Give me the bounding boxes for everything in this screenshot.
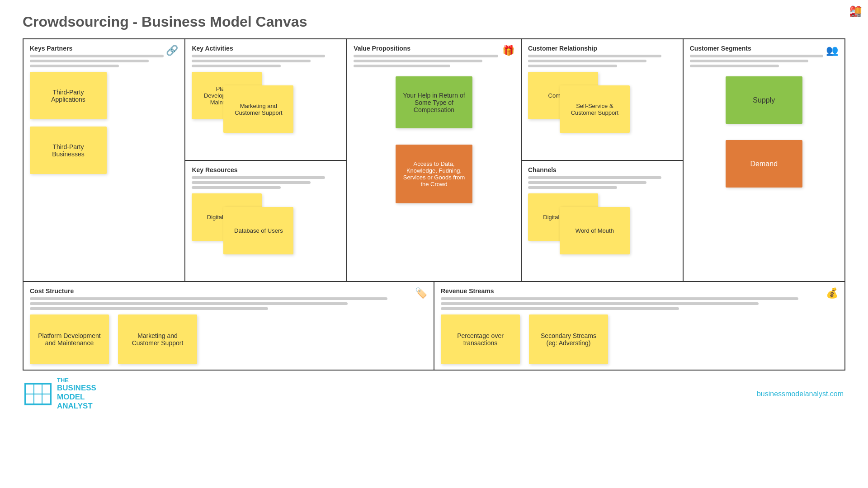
page-title: Crowdsourcing - Business Model Canvas [23, 14, 845, 30]
logo-text: THE BUSINESS MODEL ANALYST [57, 377, 96, 411]
channels-header: Channels [528, 166, 676, 174]
sticky-database-users: Database of Users [223, 207, 293, 254]
key-resources-lines [192, 176, 340, 189]
sticky-access-data: Access to Data, Knowledge, Fudning, Serv… [396, 145, 472, 203]
revenue-streams-cell: Revenue Streams 💰 Percentage over transa… [434, 282, 844, 370]
footer: THE BUSINESS MODEL ANALYST businessmodel… [23, 377, 845, 411]
key-resources-stickies: Digital Platform Database of Users [192, 193, 340, 275]
revenue-streams-header: Revenue Streams [441, 287, 838, 295]
sticky-supply: Supply [726, 76, 802, 124]
revenue-streams-lines [441, 297, 838, 310]
key-activities-lines [192, 55, 340, 67]
channels-lines [528, 176, 676, 189]
sticky-percentage-transactions: Percentage over transactions [441, 314, 520, 364]
channels-cell: Channels 🚚 Digital Platform Word of Mout… [522, 161, 683, 282]
customer-segments-cell: Customer Segments 👥 Supply Demand [684, 39, 844, 281]
logo-model: MODEL [57, 393, 96, 402]
channels-stickies: Digital Platform Word of Mouth [528, 193, 676, 275]
key-activities-cell: Key Activities 🔧 Platform Development an… [185, 39, 346, 161]
revenue-streams-icon: 💰 [826, 287, 838, 299]
customer-segments-stickies: Supply Demand [690, 76, 838, 188]
customer-relationship-stickies: Community Self-Service & Customer Suppor… [528, 72, 676, 155]
logo-analyst: ANALYST [57, 402, 96, 411]
value-propositions-lines [354, 55, 514, 67]
key-resources-cell: Key Resources 🏭 Digital Platform Databas… [185, 161, 346, 282]
sticky-demand: Demand [726, 140, 802, 188]
logo-icon [24, 383, 52, 405]
key-partners-cell: Keys Partners 🔗 Third-Party Applications… [24, 39, 185, 281]
revenue-streams-stickies: Percentage over transactions Secondary S… [441, 314, 838, 364]
value-propositions-cell: Value Propositions 🎁 Your Help in Return… [347, 39, 522, 281]
customer-segments-lines [690, 55, 838, 67]
key-activities-stickies: Platform Development and Maintenance Mar… [192, 72, 340, 155]
sticky-secondary-streams: Secondary Streams (eg: Adversting) [529, 314, 608, 364]
key-partners-icon: 🔗 [166, 45, 178, 56]
cost-structure-cell: Cost Structure 🏷️ Platform Development a… [24, 282, 434, 370]
sticky-third-party-apps: Third-Party Applications [30, 72, 107, 119]
key-partners-stickies: Third-Party Applications Third-Party Bus… [30, 72, 178, 174]
value-propositions-icon: 🎁 [502, 45, 514, 56]
channels-icon: 🚚 [849, 5, 862, 17]
key-resources-header: Key Resources [192, 166, 340, 174]
customer-relationship-cell: Customer Relationship ❤️ Community Self-… [522, 39, 683, 161]
sticky-word-of-mouth: Word of Mouth [560, 207, 630, 254]
sticky-marketing-support-ka: Marketing and Customer Support [223, 85, 293, 133]
customer-segments-icon: 👥 [826, 45, 838, 56]
logo-business: BUSINESS [57, 384, 96, 393]
sticky-self-service: Self-Service & Customer Support [560, 85, 630, 133]
key-partners-header: Keys Partners [30, 45, 178, 52]
key-activities-header: Key Activities [192, 45, 340, 52]
key-partners-lines [30, 55, 178, 67]
cost-structure-lines [30, 297, 427, 310]
value-propositions-stickies: Your Help in Return of Some Type of Comp… [354, 76, 514, 203]
customer-relationship-header: Customer Relationship [528, 45, 676, 52]
key-activities-resources-cell: Key Activities 🔧 Platform Development an… [185, 39, 347, 281]
cost-structure-header: Cost Structure [30, 287, 427, 295]
sticky-your-help: Your Help in Return of Some Type of Comp… [396, 76, 472, 128]
business-model-canvas: Keys Partners 🔗 Third-Party Applications… [23, 38, 845, 371]
value-propositions-header: Value Propositions [354, 45, 514, 52]
cost-structure-icon: 🏷️ [415, 287, 427, 299]
sticky-platform-dev-cost: Platform Development and Maintenance [30, 314, 109, 364]
footer-logo: THE BUSINESS MODEL ANALYST [24, 377, 96, 411]
footer-website: businessmodelanalyst.com [757, 390, 844, 398]
logo-the: THE [57, 377, 96, 384]
canvas-bottom-row: Cost Structure 🏷️ Platform Development a… [24, 282, 844, 370]
sticky-third-party-businesses: Third-Party Businesses [30, 127, 107, 174]
cr-channels-cell: Customer Relationship ❤️ Community Self-… [522, 39, 684, 281]
canvas-top-row: Keys Partners 🔗 Third-Party Applications… [24, 39, 844, 282]
customer-segments-header: Customer Segments [690, 45, 838, 52]
customer-relationship-lines [528, 55, 676, 67]
sticky-marketing-support-cost: Marketing and Customer Support [118, 314, 197, 364]
cost-structure-stickies: Platform Development and Maintenance Mar… [30, 314, 427, 364]
